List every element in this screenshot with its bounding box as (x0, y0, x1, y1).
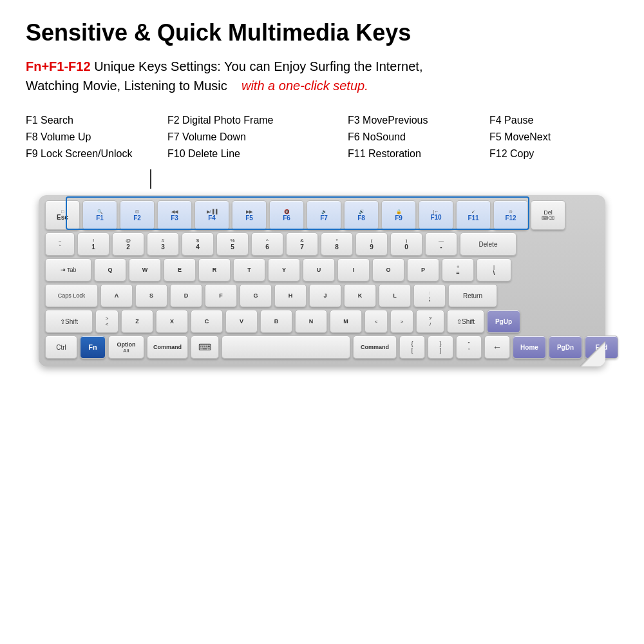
keyboard: □ Esc 🔍 F1 ⊡ F2 ◀◀ F3 (39, 195, 605, 366)
connector-area (26, 169, 618, 189)
desc-row-1: F1 Search F2 Digital Photo Frame F3 Move… (26, 115, 618, 126)
f12-desc: F12 Copy (489, 148, 631, 160)
key-h[interactable]: H (274, 284, 307, 307)
key-q[interactable]: Q (94, 258, 126, 281)
key-l[interactable]: L (379, 284, 411, 307)
key-t[interactable]: T (233, 258, 265, 281)
key-r[interactable]: R (198, 258, 231, 281)
key-j[interactable]: J (309, 284, 341, 307)
key-0[interactable]: ) 0 (390, 232, 422, 256)
key-quote[interactable]: " ' (456, 336, 482, 359)
key-m[interactable]: M (330, 310, 362, 333)
f6-desc: F6 NoSound (348, 131, 489, 143)
bottom-row: Ctrl Fn Option Alt Command (45, 336, 599, 359)
key-f2[interactable]: ⊡ F2 (120, 200, 155, 230)
f4-desc: F4 Pause (489, 115, 631, 126)
key-g[interactable]: G (240, 284, 272, 307)
key-question[interactable]: ? / (416, 310, 444, 333)
key-f7[interactable]: 🔉 F7 (307, 200, 341, 230)
key-gt[interactable]: > (390, 310, 413, 333)
key-descriptions: F1 Search F2 Digital Photo Frame F3 Move… (26, 115, 618, 160)
key-command-left[interactable]: Command (147, 336, 188, 359)
key-backspace[interactable]: Delete (460, 232, 516, 256)
key-brace-close[interactable]: } ] (428, 336, 453, 359)
key-ctrl[interactable]: Ctrl (45, 336, 77, 359)
key-s[interactable]: S (135, 284, 167, 307)
key-keyboard[interactable]: ⌨ (191, 336, 219, 359)
key-z[interactable]: Z (121, 310, 153, 333)
key-shift-right[interactable]: ⇧Shift (447, 310, 484, 333)
key-lt[interactable]: < (365, 310, 388, 333)
key-8[interactable]: * 8 (321, 232, 353, 256)
key-fn[interactable]: Fn (80, 336, 106, 359)
key-backslash[interactable]: | \ (477, 258, 511, 281)
key-f6[interactable]: 🔇 F6 (269, 200, 304, 230)
key-p[interactable]: P (407, 258, 439, 281)
connector-line-top (150, 169, 151, 189)
key-d[interactable]: D (170, 284, 202, 307)
key-1[interactable]: ! 1 (77, 232, 109, 256)
key-a[interactable]: A (100, 284, 133, 307)
key-2[interactable]: @ 2 (112, 232, 144, 256)
key-delete-top[interactable]: Del ⌨⌫ (531, 200, 565, 230)
key-i[interactable]: I (337, 258, 370, 281)
key-home[interactable]: Home (513, 336, 546, 359)
key-x[interactable]: X (156, 310, 188, 333)
key-space[interactable] (222, 336, 350, 359)
key-o[interactable]: O (372, 258, 404, 281)
key-f10[interactable]: |← F10 (419, 200, 453, 230)
key-f5[interactable]: ▶▶ F5 (232, 200, 267, 230)
key-c[interactable]: C (191, 310, 223, 333)
subtitle-text1: Unique Keys Settings: You can Enjoy Surf… (94, 59, 422, 73)
key-f11[interactable]: ↙ F11 (456, 200, 491, 230)
key-9[interactable]: ( 9 (355, 232, 388, 256)
key-5[interactable]: % 5 (216, 232, 249, 256)
key-rows: □ Esc 🔍 F1 ⊡ F2 ◀◀ F3 (45, 200, 599, 359)
key-pgdn[interactable]: PgDn (549, 336, 582, 359)
asdf-row: Caps Lock A S D F G H J K L : ; (45, 284, 599, 307)
key-plus[interactable]: + = (442, 258, 474, 281)
key-esc[interactable]: □ Esc (45, 200, 80, 230)
key-e[interactable]: E (164, 258, 196, 281)
fn-highlight: Fn+F1-F12 (26, 59, 91, 73)
key-f9[interactable]: 🔒 F9 (381, 200, 416, 230)
key-brace-open[interactable]: { [ (399, 336, 425, 359)
f5-desc: F5 MoveNext (489, 131, 631, 143)
key-option[interactable]: Option Alt (108, 336, 144, 359)
key-w[interactable]: W (129, 258, 161, 281)
key-6[interactable]: ^ 6 (251, 232, 283, 256)
key-v[interactable]: V (225, 310, 258, 333)
f1-desc: F1 Search (26, 115, 167, 126)
key-left-arrow[interactable]: ← (484, 336, 510, 359)
keyboard-container: □ Esc 🔍 F1 ⊡ F2 ◀◀ F3 (26, 195, 618, 366)
subtitle-text2: Watching Movie, Listening to Music (26, 79, 238, 93)
key-u[interactable]: U (303, 258, 335, 281)
f3-desc: F3 MovePrevious (348, 115, 489, 126)
key-shift-left[interactable]: ⇧Shift (45, 310, 93, 333)
key-f[interactable]: F (205, 284, 237, 307)
fkey-row: □ Esc 🔍 F1 ⊡ F2 ◀◀ F3 (45, 200, 599, 230)
key-k[interactable]: K (344, 284, 376, 307)
key-f8[interactable]: 🔊 F8 (344, 200, 379, 230)
key-semicolon[interactable]: : ; (413, 284, 446, 307)
key-f1[interactable]: 🔍 F1 (82, 200, 117, 230)
key-pgup[interactable]: PgUp (487, 310, 520, 333)
key-n[interactable]: N (295, 310, 327, 333)
key-f3[interactable]: ◀◀ F3 (157, 200, 192, 230)
f9-desc: F9 Lock Screen/Unlock (26, 148, 167, 160)
key-tilde[interactable]: ~ ` (45, 232, 75, 256)
key-return[interactable]: Return (448, 284, 497, 307)
f7-desc: F7 Volume Down (167, 131, 348, 143)
key-command-right[interactable]: Command (353, 336, 397, 359)
key-f12[interactable]: ⊙ F12 (493, 200, 528, 230)
key-b[interactable]: B (260, 310, 292, 333)
key-3[interactable]: # 3 (147, 232, 179, 256)
key-minus[interactable]: — - (425, 232, 457, 256)
key-caps-lock[interactable]: Caps Lock (45, 284, 98, 307)
key-tab[interactable]: ⇥ Tab (45, 258, 91, 281)
key-f4[interactable]: ▶/▐▐ F4 (194, 200, 229, 230)
key-7[interactable]: & 7 (286, 232, 318, 256)
key-y[interactable]: Y (268, 258, 300, 281)
key-4[interactable]: $ 4 (182, 232, 214, 256)
key-angle[interactable]: > < (95, 310, 118, 333)
